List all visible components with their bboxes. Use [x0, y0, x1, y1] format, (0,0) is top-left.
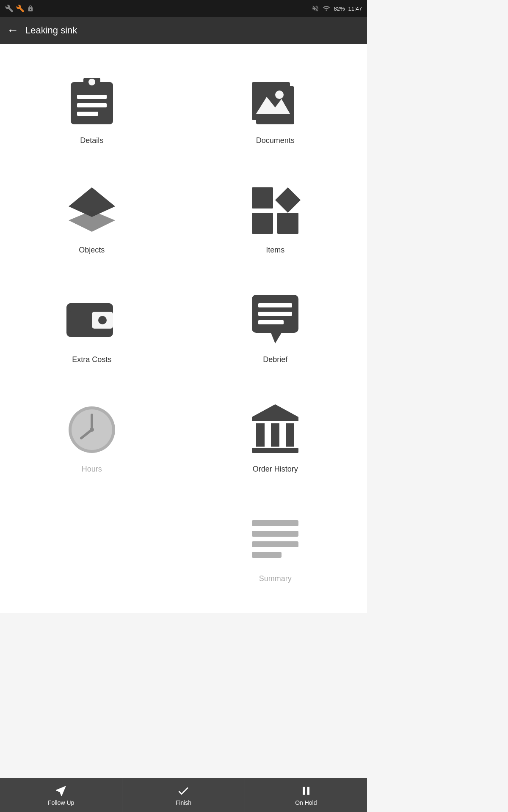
lock-icon [27, 5, 34, 12]
svg-rect-12 [252, 187, 273, 208]
svg-point-29 [90, 428, 94, 432]
grid-item-extra-costs[interactable]: Extra Costs [0, 280, 184, 377]
finish-button[interactable]: Finish [122, 778, 245, 812]
svg-rect-37 [252, 541, 298, 547]
svg-rect-4 [77, 103, 107, 107]
hours-icon [64, 402, 119, 457]
svg-rect-24 [258, 320, 284, 324]
svg-marker-15 [275, 187, 301, 213]
svg-rect-33 [286, 423, 294, 447]
summary-label: Summary [259, 574, 292, 583]
finish-label: Finish [176, 799, 191, 806]
svg-rect-7 [252, 82, 290, 120]
svg-rect-14 [252, 213, 273, 234]
hours-label: Hours [82, 465, 102, 474]
battery-text: 82% [334, 5, 345, 12]
svg-rect-35 [252, 520, 298, 526]
grid-item-items[interactable]: Items [184, 170, 367, 267]
bottom-bar: Follow Up Finish On Hold [0, 778, 367, 812]
grid-item-order-history[interactable]: Order History [184, 390, 367, 486]
grid-item-summary[interactable]: Summary [184, 499, 367, 596]
finish-icon [177, 784, 190, 798]
summary-icon [248, 512, 303, 567]
grid-item-details[interactable]: Details [0, 61, 184, 158]
app-bar: ← Leaking sink [0, 17, 367, 44]
svg-rect-22 [258, 303, 292, 307]
details-icon [64, 74, 119, 129]
on-hold-icon [299, 784, 313, 798]
svg-rect-36 [252, 531, 298, 537]
extra-costs-icon [64, 293, 119, 348]
time-text: 11:47 [348, 5, 362, 12]
svg-rect-32 [271, 423, 279, 447]
items-label: Items [266, 246, 284, 255]
svg-rect-13 [277, 213, 298, 234]
svg-rect-5 [77, 112, 98, 116]
svg-point-9 [275, 91, 284, 99]
objects-label: Objects [79, 246, 105, 255]
grid-item-documents[interactable]: Documents [184, 61, 367, 158]
order-history-icon [248, 402, 303, 457]
svg-rect-34 [252, 448, 298, 453]
extra-costs-label: Extra Costs [72, 355, 111, 364]
details-label: Details [80, 136, 103, 145]
wifi-icon [323, 5, 330, 12]
svg-rect-38 [252, 552, 282, 558]
grid-item-objects[interactable]: Objects [0, 170, 184, 267]
objects-icon [64, 183, 119, 238]
documents-label: Documents [256, 136, 295, 145]
follow-up-label: Follow Up [48, 799, 74, 806]
status-bar: 82% 11:47 [0, 0, 367, 17]
follow-up-icon [54, 784, 68, 798]
follow-up-button[interactable]: Follow Up [0, 778, 122, 812]
grid-item-debrief[interactable]: Debrief [184, 280, 367, 377]
svg-marker-11 [69, 211, 115, 232]
order-history-label: Order History [253, 465, 298, 474]
wrench-icon [16, 4, 25, 13]
svg-rect-3 [77, 95, 107, 99]
svg-point-18 [98, 316, 107, 324]
svg-rect-31 [256, 423, 265, 447]
debrief-label: Debrief [263, 355, 287, 364]
on-hold-button[interactable]: On Hold [245, 778, 367, 812]
back-button[interactable]: ← [7, 24, 19, 37]
svg-marker-30 [252, 404, 298, 421]
status-bar-right: 82% 11:47 [312, 5, 362, 12]
mute-icon [312, 5, 319, 12]
items-icon [248, 183, 303, 238]
status-bar-left [5, 4, 34, 13]
main-grid: Details Documents Objects [0, 44, 367, 613]
svg-rect-19 [66, 303, 113, 312]
documents-icon [248, 74, 303, 129]
grid-item-hours[interactable]: Hours [0, 390, 184, 486]
debrief-icon [248, 293, 303, 348]
app-bar-title: Leaking sink [25, 25, 77, 36]
on-hold-label: On Hold [295, 799, 317, 806]
svg-rect-23 [258, 312, 292, 316]
svg-marker-21 [271, 333, 282, 343]
tool-icon [5, 4, 14, 13]
svg-point-2 [88, 79, 95, 85]
